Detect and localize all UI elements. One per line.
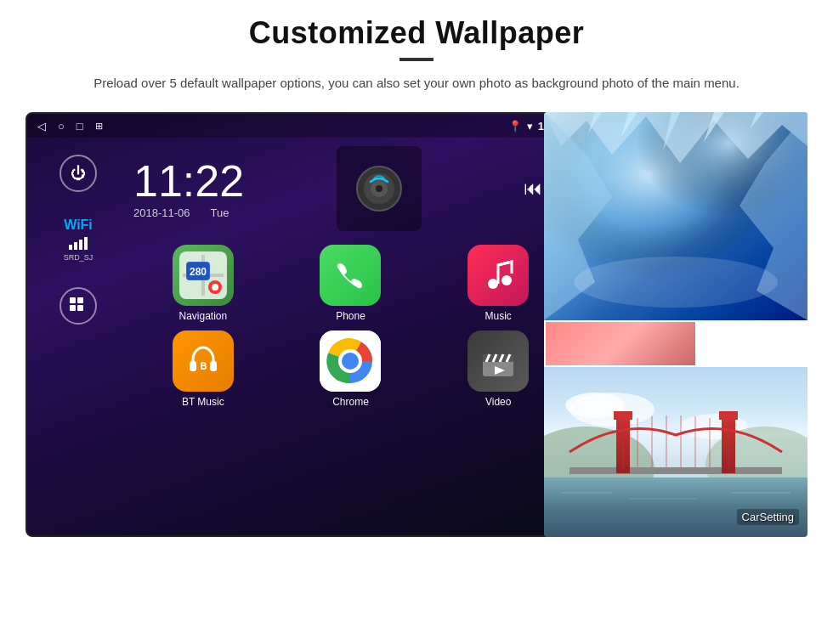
content-area: ◁ ○ □ ⊞ 📍 ▾ 11:22 ⏻ [26, 112, 808, 554]
svg-point-16 [212, 284, 218, 291]
clock-section: 11:22 2018-11-06 Tue [133, 146, 568, 231]
navigation-app-icon: 280 [173, 245, 234, 306]
video-label: Video [485, 396, 511, 408]
svg-point-18 [502, 275, 512, 285]
svg-rect-1 [77, 297, 83, 303]
svg-rect-3 [77, 305, 83, 311]
ice-cave-image [544, 112, 808, 320]
clock-date: 2018-11-06 Tue [133, 206, 244, 219]
grid-icon [69, 297, 88, 315]
power-icon: ⏻ [71, 165, 86, 183]
wifi-bar-3 [79, 240, 82, 250]
svg-point-26 [342, 353, 359, 370]
wifi-ssid: SRD_SJ [64, 253, 94, 262]
svg-point-7 [376, 185, 382, 192]
wifi-bar-2 [74, 242, 77, 250]
bt-music-label: BT Music [182, 396, 224, 408]
wifi-bar-1 [69, 245, 72, 250]
skip-back-icon[interactable]: ⏮ [524, 178, 542, 200]
apps-drawer-button[interactable] [60, 287, 97, 325]
video-clapper-icon [479, 342, 517, 380]
svg-rect-0 [70, 297, 76, 303]
music-note-icon [481, 258, 515, 292]
svg-rect-50 [614, 411, 632, 420]
svg-rect-21 [210, 361, 217, 371]
phone-label: Phone [336, 310, 366, 322]
svg-line-19 [498, 262, 512, 265]
chrome-icon [320, 330, 381, 392]
wifi-block: WiFi SRD_SJ [64, 217, 94, 262]
music-label: Music [484, 310, 511, 322]
svg-rect-20 [190, 361, 196, 371]
chrome-label: Chrome [332, 396, 369, 408]
navigation-icon: 280 [173, 245, 234, 306]
bt-music-icon: ʙ [173, 330, 234, 392]
wallpaper-previews: CarSetting [544, 112, 808, 537]
wallpaper-golden-gate[interactable]: CarSetting [544, 367, 808, 537]
app-item-bt-music[interactable]: ʙ BT Music [133, 330, 273, 408]
svg-rect-2 [70, 305, 76, 311]
svg-rect-48 [570, 467, 782, 474]
svg-rect-52 [719, 411, 738, 420]
clock-time: 11:22 [133, 159, 244, 203]
svg-rect-44 [544, 477, 808, 537]
back-icon[interactable]: ◁ [37, 120, 46, 133]
recent-apps-icon[interactable]: □ [76, 120, 83, 133]
wifi-status-icon: ▾ [527, 120, 533, 133]
music-icon [468, 245, 529, 306]
power-button[interactable]: ⏻ [60, 155, 97, 192]
page-wrapper: Customized Wallpaper Preload over 5 defa… [0, 0, 833, 644]
video-icon [468, 330, 529, 392]
svg-text:ʙ: ʙ [200, 359, 207, 372]
bt-headphone-icon: ʙ [184, 342, 222, 380]
date-value: 2018-11-06 [133, 206, 190, 219]
vinyl-icon [355, 165, 403, 212]
screen-body: ⏻ WiFi SRD_SJ [27, 138, 576, 535]
svg-point-17 [488, 279, 498, 289]
navigation-label: Navigation [178, 310, 227, 322]
app-item-chrome[interactable]: Chrome [281, 330, 421, 408]
music-widget [337, 146, 422, 231]
home-icon[interactable]: ○ [58, 120, 65, 133]
main-content: 11:22 2018-11-06 Tue [129, 138, 576, 535]
carsetting-label: CarSetting [737, 509, 799, 525]
clock-block: 11:22 2018-11-06 Tue [133, 159, 244, 219]
day-value: Tue [211, 206, 230, 219]
app-item-navigation[interactable]: 280 Navigation [133, 245, 273, 322]
screenshot-icon[interactable]: ⊞ [95, 121, 103, 132]
wallpaper-ice-cave[interactable] [544, 112, 808, 320]
svg-text:280: 280 [190, 266, 207, 278]
wifi-label: WiFi [64, 217, 93, 233]
chrome-app-icon [320, 330, 381, 392]
location-icon: 📍 [508, 120, 522, 133]
wallpaper-small-preview [544, 320, 697, 367]
app-item-phone[interactable]: Phone [281, 245, 421, 322]
svg-point-37 [574, 257, 778, 308]
page-title: Customized Wallpaper [249, 15, 585, 51]
status-bar: ◁ ○ □ ⊞ 📍 ▾ 11:22 [27, 114, 576, 138]
left-sidebar: ⏻ WiFi SRD_SJ [27, 138, 129, 535]
phone-handset-icon [333, 258, 367, 292]
apps-grid: 280 Navigation [133, 245, 568, 408]
status-left: ◁ ○ □ ⊞ [37, 120, 103, 133]
wifi-bars [69, 236, 88, 250]
wifi-bar-4 [84, 237, 88, 250]
title-divider [400, 58, 434, 61]
android-screen: ◁ ○ □ ⊞ 📍 ▾ 11:22 ⏻ [26, 112, 578, 537]
phone-icon [320, 245, 381, 306]
page-description: Preload over 5 default wallpaper options… [94, 73, 740, 93]
